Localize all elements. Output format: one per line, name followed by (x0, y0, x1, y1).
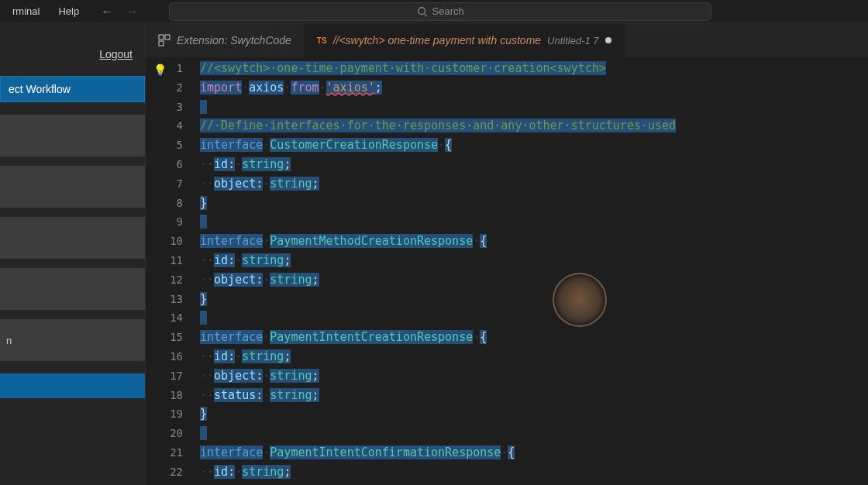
code-line: ··id:·string; (200, 251, 868, 270)
code-line: ··status:·string; (200, 386, 868, 405)
line-number: 22 (146, 463, 183, 482)
tab-active-suffix: Untitled-1 7 (547, 35, 598, 46)
search-placeholder: Search (432, 5, 464, 17)
search-input[interactable]: Search (169, 2, 711, 21)
code-line (200, 308, 868, 328)
code-line (200, 98, 868, 117)
nav-arrows: ← → (101, 5, 138, 19)
line-number: 15 (146, 328, 183, 347)
svg-rect-4 (159, 41, 164, 46)
line-number: 3 (146, 98, 183, 117)
line-number: 9 (146, 212, 183, 232)
code-line: ··object:·string; (200, 366, 868, 386)
line-number: 10 (146, 232, 183, 251)
sidebar-primary-button[interactable] (0, 373, 145, 398)
tab-untitled-active[interactable]: TS //<swytch> one-time payment with cust… (305, 23, 625, 57)
line-number: 13 (146, 290, 183, 309)
line-number-gutter: 1 2 3 4 5 6 7 8 9 10 11 12 13 14 15 16 1… (146, 57, 200, 485)
svg-point-0 (418, 7, 425, 14)
tab-dirty-indicator-icon (605, 37, 611, 43)
line-number: 17 (146, 366, 183, 386)
line-number: 2 (146, 78, 183, 98)
extension-icon (158, 34, 170, 46)
code-line: } (200, 194, 868, 213)
menubar-help[interactable]: Help (52, 2, 85, 20)
code-line: } (200, 290, 868, 309)
line-number: 12 (146, 270, 183, 290)
code-line: interface·PaymentIntentCreationResponse·… (200, 328, 868, 347)
code-line: ··object:·string; (200, 174, 868, 194)
nav-forward-icon[interactable]: → (126, 5, 138, 19)
line-number: 18 (146, 386, 183, 405)
code-line: interface·PaymentMethodCreationResponse·… (200, 232, 868, 251)
sidebar: Logout ect Workflow n (0, 23, 146, 485)
tab-extension-swytchcode[interactable]: Extension: SwytchCode (146, 23, 305, 57)
lightbulb-icon[interactable]: 💡 (153, 60, 167, 80)
line-number: 8 (146, 194, 183, 213)
select-workflow-button[interactable]: ect Workflow (0, 76, 145, 102)
editor-body[interactable]: 💡 1 2 3 4 5 6 7 8 9 10 11 12 13 14 15 16… (146, 57, 868, 485)
sidebar-block-3[interactable] (0, 217, 145, 259)
code-line: ··id:·string; (200, 347, 868, 366)
code-line: interface·CustomerCreationResponse·{ (200, 136, 868, 155)
sidebar-block-5[interactable]: n (0, 319, 145, 361)
tab-extension-label: Extension: SwytchCode (177, 34, 291, 46)
line-number: 21 (146, 443, 183, 463)
sidebar-block-4[interactable] (0, 268, 145, 310)
code-line (200, 424, 868, 443)
code-line: } (200, 404, 868, 424)
editor-area: Extension: SwytchCode TS //<swytch> one-… (146, 23, 868, 485)
code-content[interactable]: //<swytch>·one-time·payment·with·custome… (200, 57, 868, 485)
line-number: 11 (146, 251, 183, 270)
sidebar-block-1[interactable] (0, 115, 145, 157)
code-line: //·Define·interfaces·for·the·responses·a… (200, 116, 868, 136)
line-number: 4 (146, 116, 183, 136)
svg-rect-3 (165, 35, 170, 40)
tab-active-filename: //<swytch> one-time payment with custome (333, 34, 541, 46)
svg-line-1 (424, 13, 427, 16)
code-line: //<swytch>·one-time·payment·with·custome… (200, 59, 868, 78)
nav-back-icon[interactable]: ← (101, 5, 113, 19)
line-number: 6 (146, 155, 183, 174)
menubar-terminal[interactable]: rminal (6, 2, 46, 20)
code-line: ··id:·string; (200, 155, 868, 174)
main-area: Logout ect Workflow n Extension: SwytchC… (0, 23, 868, 485)
line-number: 20 (146, 424, 183, 443)
code-line: ··object:·string; (200, 270, 868, 290)
line-number: 5 (146, 136, 183, 155)
code-line: interface·PaymentIntentConfirmationRespo… (200, 443, 868, 463)
code-line: import·axios·from·'axios'; (200, 78, 868, 98)
search-icon (417, 6, 428, 17)
code-line: ··id:·string; (200, 463, 868, 482)
ts-badge-icon: TS (317, 36, 327, 45)
menubar: rminal Help ← → Search (0, 0, 868, 23)
svg-rect-2 (159, 35, 164, 40)
line-number: 19 (146, 404, 183, 424)
line-number: 7 (146, 174, 183, 194)
code-line (200, 212, 868, 232)
line-number: 16 (146, 347, 183, 366)
line-number: 14 (146, 308, 183, 328)
sidebar-block-2[interactable] (0, 166, 145, 208)
tabs-row: Extension: SwytchCode TS //<swytch> one-… (146, 23, 868, 57)
logout-link[interactable]: Logout (0, 29, 145, 64)
